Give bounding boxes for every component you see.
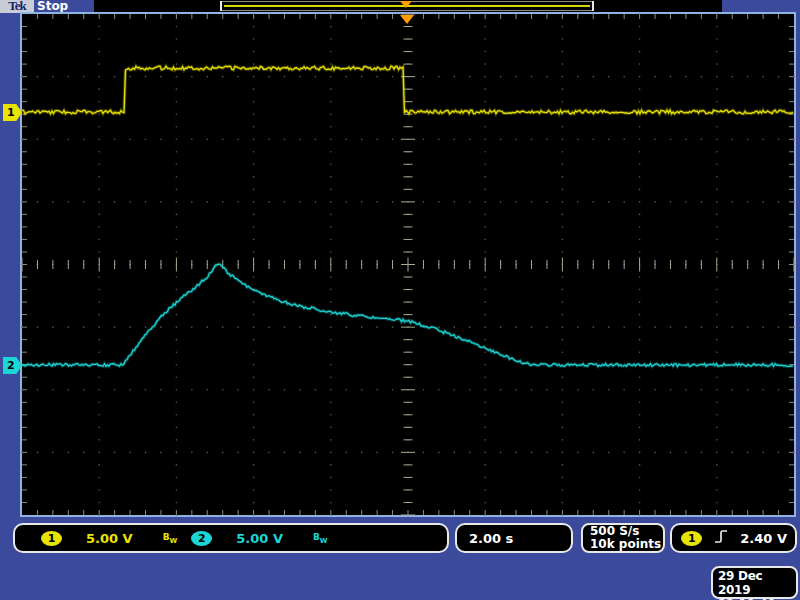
horizontal-scale-box: 2.00 s	[455, 523, 573, 553]
date-label: 29 Dec 2019	[718, 569, 796, 597]
ch1-badge: 1	[41, 531, 62, 546]
datetime-box: 29 Dec 2019 22:19:40	[711, 566, 798, 599]
record-length: 10k points	[590, 538, 661, 551]
horizontal-scale: 2.00 s	[469, 531, 513, 546]
ch2-bandwidth-limit-icon: BW	[313, 532, 328, 545]
record-view-bar	[220, 1, 594, 11]
graticule	[20, 12, 796, 517]
trigger-source-badge: 1	[681, 531, 702, 546]
trigger-position-marker-icon	[400, 15, 414, 24]
record-start-bracket	[220, 1, 222, 11]
record-trigger-marker-icon	[400, 1, 412, 8]
ch1-bandwidth-limit-icon: BW	[163, 532, 178, 545]
trigger-level: 2.40 V	[740, 531, 787, 546]
trigger-readout-box: 1 2.40 V	[670, 523, 797, 553]
rising-edge-icon	[714, 529, 728, 547]
record-end-bracket	[592, 1, 594, 11]
ch1-scale: 5.00 V	[86, 531, 133, 546]
ch2-scale: 5.00 V	[236, 531, 283, 546]
acquisition-box: 500 S/s 10k points	[581, 523, 665, 553]
oscilloscope-screen: Tek Stop 1 2 1 5.00 V BW 2 5.00 V BW 2.0…	[0, 0, 800, 600]
channel-readout-box: 1 5.00 V BW 2 5.00 V BW	[13, 523, 449, 553]
ch2-badge: 2	[191, 531, 212, 546]
